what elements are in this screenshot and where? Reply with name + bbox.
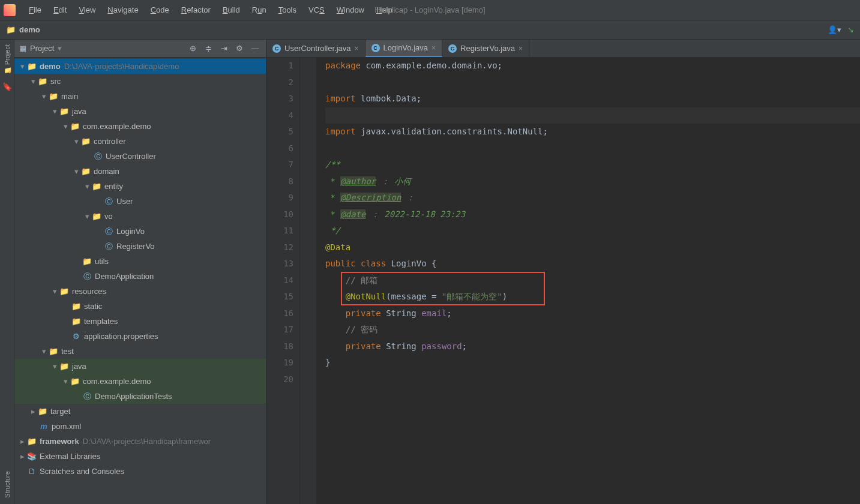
tree-demoapptests[interactable]: ⒸDemoApplicationTests (14, 389, 266, 404)
project-header-label[interactable]: Project (30, 44, 54, 53)
tree-src[interactable]: 📁src (14, 74, 266, 89)
expand-icon[interactable]: ≑ (202, 44, 214, 53)
dropdown-icon[interactable]: ▾ (58, 44, 62, 53)
hide-icon[interactable]: — (249, 44, 261, 53)
class-icon: C (448, 44, 457, 53)
code-editor[interactable]: 1 2 3 4 5 6 7 8 9 10 11 12 13 14 15 16 1… (266, 58, 860, 504)
project-view-icon: ▦ (19, 44, 26, 53)
tree-vo[interactable]: 📁vo (14, 209, 266, 224)
menu-view[interactable]: View (73, 3, 101, 17)
locate-icon[interactable]: ⊕ (187, 44, 199, 53)
project-panel: ▦ Project ▾ ⊕ ≑ ⇥ ⚙ — 📁 demo D:\JAVA-pro… (14, 40, 266, 504)
close-icon[interactable]: × (432, 44, 436, 52)
close-icon[interactable]: × (355, 44, 359, 53)
menu-vcs[interactable]: VCS (302, 3, 331, 17)
menu-run[interactable]: Run (246, 3, 272, 17)
line-gutter: 1 2 3 4 5 6 7 8 9 10 11 12 13 14 15 16 1… (266, 58, 300, 504)
tree-domain[interactable]: 📁domain (14, 164, 266, 179)
project-tree[interactable]: 📁 demo D:\JAVA-projects\Handicap\demo 📁s… (14, 58, 266, 504)
tree-framework[interactable]: 📁 framework D:\JAVA-projects\Handicap\fr… (14, 434, 266, 449)
tree-usercontroller[interactable]: ⒸUserController (14, 149, 266, 164)
project-header: ▦ Project ▾ ⊕ ≑ ⇥ ⚙ — (14, 40, 266, 58)
menu-edit[interactable]: Edit (47, 3, 73, 17)
nav-bar: 📁 demo 👤▾ ↘ (0, 20, 860, 40)
bookmark-icon[interactable]: 🔖 (2, 82, 12, 91)
user-icon[interactable]: 👤▾ (828, 25, 841, 34)
tree-utils[interactable]: 📁utils (14, 254, 266, 269)
tree-test-java[interactable]: 📁java (14, 359, 266, 374)
tree-pkg[interactable]: 📁com.example.demo (14, 119, 266, 134)
editor-area: C UserController.java × C LoginVo.java ×… (266, 40, 860, 504)
class-icon: C (371, 44, 380, 52)
tree-demo[interactable]: 📁 demo D:\JAVA-projects\Handicap\demo (14, 59, 266, 74)
gear-icon[interactable]: ⚙ (233, 44, 245, 53)
tree-loginvo[interactable]: ⒸLoginVo (14, 224, 266, 239)
tab-usercontroller[interactable]: C UserController.java × (266, 40, 365, 57)
breadcrumb-root[interactable]: demo (19, 25, 40, 34)
tree-pom[interactable]: mpom.xml (14, 419, 266, 434)
folder-icon: 📁 (6, 25, 16, 34)
tree-java[interactable]: 📁java (14, 104, 266, 119)
close-icon[interactable]: × (519, 44, 523, 53)
tab-loginvo[interactable]: C LoginVo.java × (365, 40, 442, 57)
tree-controller[interactable]: 📁controller (14, 134, 266, 149)
tree-static[interactable]: 📁static (14, 299, 266, 314)
left-tool-rail: 📁 Project 🔖 Structure (0, 40, 14, 504)
tree-extlibs[interactable]: 📚External Libraries (14, 449, 266, 464)
tree-test-pkg[interactable]: 📁com.example.demo (14, 374, 266, 389)
menu-bar: FFileile Edit View Navigate Code Refacto… (0, 0, 860, 20)
tree-main[interactable]: 📁main (14, 89, 266, 104)
tree-appprops[interactable]: ⚙application.properties (14, 329, 266, 344)
tree-target[interactable]: 📁target (14, 404, 266, 419)
window-title: Handicap - LoginVo.java [demo] (374, 5, 485, 14)
tree-user[interactable]: ⒸUser (14, 194, 266, 209)
menu-build[interactable]: Build (217, 3, 246, 17)
menu-refactor[interactable]: Refactor (175, 3, 217, 17)
build-icon[interactable]: ↘ (847, 25, 854, 34)
tree-demoapp[interactable]: ⒸDemoApplication (14, 269, 266, 284)
class-icon: C (272, 44, 281, 53)
menu-window[interactable]: Window (331, 3, 370, 17)
tree-registervo[interactable]: ⒸRegisterVo (14, 239, 266, 254)
menu-file[interactable]: FFileile (23, 3, 47, 17)
tree-scratches[interactable]: 🗋Scratches and Consoles (14, 464, 266, 479)
tree-resources[interactable]: 📁resources (14, 284, 266, 299)
editor-tabs: C UserController.java × C LoginVo.java ×… (266, 40, 860, 58)
menu-tools[interactable]: Tools (272, 3, 302, 17)
tree-test[interactable]: 📁test (14, 344, 266, 359)
tab-registervo[interactable]: C RegisterVo.java × (442, 40, 529, 57)
collapse-icon[interactable]: ⇥ (218, 44, 230, 53)
tree-entity[interactable]: 📁entity (14, 179, 266, 194)
code-content[interactable]: package com.example.demo.domain.vo; impo… (317, 58, 860, 504)
tool-project-label[interactable]: 📁 Project (3, 44, 11, 75)
gutter-marks (300, 58, 317, 504)
tool-structure-label[interactable]: Structure (4, 471, 11, 498)
menu-code[interactable]: Code (145, 3, 175, 17)
app-logo-icon (4, 4, 16, 16)
menu-navigate[interactable]: Navigate (101, 3, 144, 17)
tree-templates[interactable]: 📁templates (14, 314, 266, 329)
